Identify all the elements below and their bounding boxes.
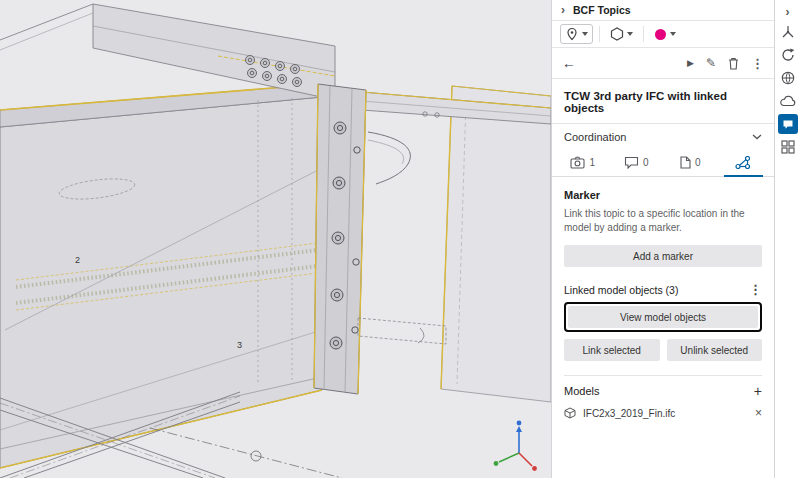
tutorial-highlight-box: View model objects	[564, 302, 762, 332]
bcf-topics-icon	[782, 119, 794, 130]
column	[314, 84, 366, 394]
bcf-topics-panel: › BCF Topics	[551, 0, 774, 478]
markup-toolbar	[552, 21, 774, 48]
axis-tool-icon	[780, 24, 796, 40]
models-section: Models + IFC2x3_2019_Fin.ifc ×	[564, 375, 762, 419]
globe-icon	[780, 70, 796, 86]
add-marker-button[interactable]: Add a marker	[564, 245, 762, 267]
models-heading: Models	[564, 385, 599, 397]
edit-button[interactable]: ✎	[706, 57, 716, 69]
model-viewport[interactable]: 2 3	[0, 0, 551, 478]
stiffener-label: 3	[237, 340, 242, 350]
color-picker-button[interactable]	[650, 26, 680, 43]
topic-nav-row: ← ▶ ✎ ⋮	[552, 48, 774, 79]
rail-collapse-button[interactable]: ›	[776, 3, 800, 20]
models-header: Models +	[564, 384, 762, 398]
marker-tool-icon	[565, 27, 579, 41]
right-rail: ›	[774, 0, 800, 478]
add-model-button[interactable]: +	[754, 384, 762, 398]
app-root: 2 3 › BCF Topics	[0, 0, 800, 478]
hexagon-icon	[610, 27, 624, 41]
document-icon	[679, 156, 691, 169]
girder-label: 2	[75, 255, 80, 265]
camera-icon	[570, 156, 585, 169]
link-buttons-row: Link selected Unlink selected	[564, 339, 762, 361]
right-plate	[441, 86, 551, 402]
shape-tool-button[interactable]	[606, 25, 637, 43]
toolbar-divider	[643, 26, 644, 42]
panel-content: Marker Link this topic to a specific loc…	[552, 177, 774, 478]
marker-description: Link this topic to a specific location i…	[564, 207, 762, 234]
comment-icon	[624, 156, 639, 169]
coordination-section-header[interactable]: Coordination	[552, 124, 774, 148]
chevron-down-icon	[752, 134, 762, 140]
caret-down-icon	[670, 32, 676, 36]
documents-count: 0	[695, 157, 701, 168]
model-cube-icon	[564, 407, 576, 419]
rail-axis-tool-button[interactable]	[776, 21, 800, 43]
topic-tabs: 1 0 0	[552, 148, 774, 177]
snapshots-count: 1	[589, 157, 595, 168]
comments-count: 0	[643, 157, 649, 168]
tab-linked-objects[interactable]	[717, 148, 771, 176]
linked-objects-heading: Linked model objects (3)	[564, 284, 678, 296]
topic-title: TCW 3rd party IFC with linked objects	[552, 79, 774, 124]
model-viewport-canvas[interactable]: 2 3	[0, 0, 551, 478]
linked-objects-icon	[735, 156, 751, 169]
model-list-item[interactable]: IFC2x3_2019_Fin.ifc ×	[564, 407, 762, 419]
linked-objects-header: Linked model objects (3) ⋮	[564, 283, 762, 296]
marker-heading: Marker	[564, 189, 762, 201]
color-swatch-icon	[654, 28, 667, 41]
sync-icon	[780, 47, 796, 63]
back-button[interactable]: ←	[562, 55, 576, 71]
linked-objects-menu-button[interactable]: ⋮	[749, 283, 762, 296]
unlink-selected-button[interactable]: Unlink selected	[667, 339, 763, 361]
coordination-label: Coordination	[564, 131, 626, 143]
panel-header: › BCF Topics	[552, 0, 774, 21]
link-selected-button[interactable]: Link selected	[564, 339, 660, 361]
caret-down-icon	[627, 32, 633, 36]
play-button[interactable]: ▶	[687, 59, 694, 68]
rail-sync-button[interactable]	[776, 44, 800, 66]
trash-icon	[728, 57, 739, 70]
panel-title: BCF Topics	[573, 4, 631, 16]
remove-model-button[interactable]: ×	[755, 407, 762, 419]
cloud-icon	[779, 95, 797, 107]
model-name: IFC2x3_2019_Fin.ifc	[583, 408, 748, 419]
delete-button[interactable]	[728, 57, 739, 70]
tab-comments[interactable]: 0	[610, 148, 664, 176]
toolbar-divider	[599, 26, 600, 42]
rail-bcf-topics-button[interactable]	[776, 113, 800, 135]
rail-cloud-button[interactable]	[776, 90, 800, 112]
more-options-button[interactable]: ⋮	[751, 57, 764, 70]
apps-grid-icon	[781, 140, 795, 154]
caret-down-icon	[582, 32, 588, 36]
bcf-topics-active-tile	[778, 114, 798, 134]
view-model-objects-button[interactable]: View model objects	[568, 306, 758, 328]
rail-apps-button[interactable]	[776, 136, 800, 158]
panel-collapse-icon[interactable]: ›	[561, 4, 565, 16]
rail-web-button[interactable]	[776, 67, 800, 89]
tab-documents[interactable]: 0	[663, 148, 717, 176]
tab-snapshots[interactable]: 1	[556, 148, 610, 176]
marker-tool-button[interactable]	[560, 24, 593, 44]
